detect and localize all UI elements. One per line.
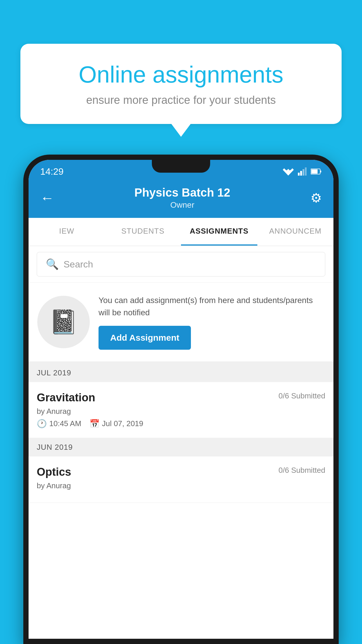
assignment-row-top: Gravitation 0/6 Submitted xyxy=(37,391,325,404)
speech-bubble: Online assignments ensure more practice … xyxy=(20,44,342,124)
assignment-author-optics: by Anurag xyxy=(37,481,325,490)
assignment-time-value: 10:45 AM xyxy=(49,419,81,428)
month-separator-jul: JUL 2019 xyxy=(29,364,333,382)
tab-iew[interactable]: IEW xyxy=(29,218,105,246)
assignment-submitted-gravitation: 0/6 Submitted xyxy=(279,391,325,400)
promo-right: You can add assignment(s) from here and … xyxy=(99,294,325,350)
svg-rect-5 xyxy=(303,169,304,176)
assignment-title-optics: Optics xyxy=(37,466,71,478)
battery-icon xyxy=(311,168,322,175)
header-title: Physics Batch 12 xyxy=(134,186,230,199)
clock-icon: 🕐 xyxy=(37,419,47,428)
promo-description: You can add assignment(s) from here and … xyxy=(99,294,325,319)
header-center: Physics Batch 12 Owner xyxy=(134,186,230,210)
month-label-jul: JUL 2019 xyxy=(37,368,71,377)
tab-students[interactable]: STUDENTS xyxy=(105,218,181,246)
speech-bubble-subtitle: ensure more practice for your students xyxy=(41,94,321,106)
assignment-author-gravitation: by Anurag xyxy=(37,407,325,416)
svg-rect-9 xyxy=(311,169,318,174)
svg-rect-6 xyxy=(305,167,307,176)
month-separator-jun: JUN 2019 xyxy=(29,438,333,456)
calendar-icon: 📅 xyxy=(89,419,100,428)
assignment-time: 🕐 10:45 AM xyxy=(37,419,81,428)
tab-announcements[interactable]: ANNOUNCEM xyxy=(257,218,334,246)
phone-frame: 14:29 xyxy=(23,155,339,644)
settings-icon[interactable]: ⚙ xyxy=(310,190,322,205)
svg-rect-3 xyxy=(298,173,300,176)
wifi-icon xyxy=(283,167,294,176)
app-header: ← Physics Batch 12 Owner ⚙ xyxy=(29,180,333,218)
assignment-row-top-optics: Optics 0/6 Submitted xyxy=(37,466,325,478)
status-icons xyxy=(283,167,322,176)
tabs-container: IEW STUDENTS ASSIGNMENTS ANNOUNCEM xyxy=(29,218,333,246)
back-button[interactable]: ← xyxy=(40,190,54,206)
search-container: 🔍 Search xyxy=(29,246,333,283)
tab-assignments[interactable]: ASSIGNMENTS xyxy=(181,218,257,246)
add-assignment-promo: 📓 You can add assignment(s) from here an… xyxy=(29,283,333,364)
assignment-icon-circle: 📓 xyxy=(37,296,90,348)
notebook-icon: 📓 xyxy=(49,308,78,336)
add-assignment-button[interactable]: Add Assignment xyxy=(99,326,191,350)
search-placeholder: Search xyxy=(64,259,93,270)
assignment-date-value: Jul 07, 2019 xyxy=(102,419,143,428)
month-label-jun: JUN 2019 xyxy=(37,443,73,452)
assignment-item-gravitation[interactable]: Gravitation 0/6 Submitted by Anurag 🕐 10… xyxy=(29,382,333,438)
speech-bubble-title: Online assignments xyxy=(41,61,321,88)
svg-rect-4 xyxy=(300,171,302,176)
speech-bubble-container: Online assignments ensure more practice … xyxy=(20,44,342,124)
phone-inner: 14:29 xyxy=(29,160,333,639)
signal-icon xyxy=(298,167,307,176)
phone-notch xyxy=(152,160,210,173)
assignment-meta-gravitation: 🕐 10:45 AM 📅 Jul 07, 2019 xyxy=(37,419,325,428)
assignment-title-gravitation: Gravitation xyxy=(37,391,95,404)
svg-rect-8 xyxy=(320,170,321,172)
search-bar[interactable]: 🔍 Search xyxy=(37,252,325,276)
assignment-submitted-optics: 0/6 Submitted xyxy=(279,466,325,475)
search-icon: 🔍 xyxy=(46,258,59,270)
assignment-item-optics[interactable]: Optics 0/6 Submitted by Anurag xyxy=(29,456,333,503)
header-subtitle: Owner xyxy=(134,200,230,210)
assignment-date: 📅 Jul 07, 2019 xyxy=(89,419,143,428)
status-time: 14:29 xyxy=(40,166,64,177)
